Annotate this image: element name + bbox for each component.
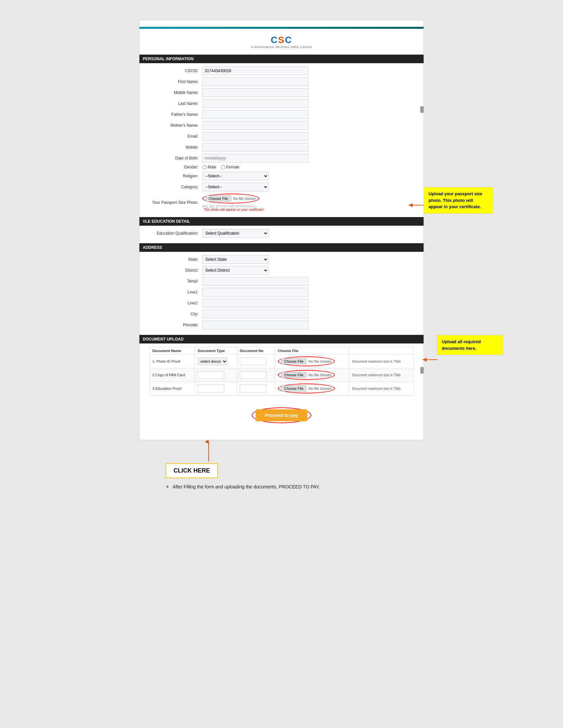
pincode-input[interactable]	[202, 321, 308, 329]
religion-select[interactable]: --Select--	[202, 172, 268, 180]
doc-no-file-label-1: No file chosen	[308, 359, 332, 363]
doc-type-select-1[interactable]: select docun	[198, 357, 227, 365]
doc-file-wrapper-3: Choose File No file chosen	[281, 386, 332, 391]
cscid-label: CSCID:	[149, 68, 202, 73]
cscid-input[interactable]	[202, 67, 308, 75]
gender-female-label: Female	[226, 165, 239, 169]
gender-female-option[interactable]: Female	[221, 165, 239, 169]
doc-no-file-label-3: No file chosen	[308, 387, 332, 390]
table-row: 2.Copy of PAN Card Choose File No fil	[150, 368, 414, 382]
table-row: 3.Education Proof Choose File No file	[150, 382, 414, 395]
district-select[interactable]: Select District	[202, 266, 268, 275]
personal-info-header: PERSONAL INFORMATION	[139, 55, 424, 63]
firstname-label: First Name:	[149, 79, 202, 84]
dob-input[interactable]	[202, 154, 308, 162]
tehsil-input[interactable]	[202, 277, 308, 286]
proceed-btn-wrapper: Proceed to pay	[139, 407, 424, 423]
click-here-box[interactable]: CLICK HERE	[165, 463, 218, 478]
doc-no-input-1[interactable]	[240, 357, 266, 365]
click-here-wrapper: CLICK HERE ✦ After Filling the form and …	[139, 460, 424, 489]
doc-no-file-label-2: No file chosen	[308, 373, 332, 377]
education-qual-label: Education Qualification:	[149, 231, 202, 236]
lastname-label: Last Name:	[149, 101, 202, 106]
line2-label: Line2:	[149, 301, 202, 305]
click-here-section: CLICK HERE	[165, 463, 218, 478]
line2-input[interactable]	[202, 299, 308, 307]
doc-upload-table: Document Name Document Type Document No …	[149, 347, 414, 395]
doc-no-3	[237, 382, 275, 395]
gender-female-radio[interactable]	[221, 165, 225, 169]
scrollbar-top[interactable]	[420, 106, 424, 113]
logo-text: CSC	[139, 35, 424, 45]
passport-arrow-icon	[407, 200, 424, 210]
line1-label: Line1:	[149, 290, 202, 295]
col-doc-no: Document No	[237, 347, 275, 355]
city-row: City:	[149, 310, 414, 318]
mothername-input[interactable]	[202, 121, 308, 130]
category-select[interactable]: --Select--	[202, 183, 268, 191]
mobile-input[interactable]	[202, 143, 308, 152]
education-qual-row: Education Qualification: Select Qualific…	[149, 229, 414, 238]
logo-c: C	[270, 35, 278, 45]
city-input[interactable]	[202, 310, 308, 318]
doc-no-input-3[interactable]	[240, 385, 266, 392]
doc-name-3: 3.Education Proof	[150, 382, 195, 395]
passport-file-input-wrapper: Choose File No file chosen	[206, 196, 256, 202]
line1-input[interactable]	[202, 288, 308, 296]
firstname-input[interactable]	[202, 77, 308, 86]
passport-annotation-bubble: Upload your passport size photo. This ph…	[424, 187, 493, 214]
proceed-oval: Proceed to pay	[252, 407, 311, 423]
scrollbar-bottom[interactable]	[420, 367, 424, 374]
pincode-label: Pincode:	[149, 323, 202, 327]
cscid-row: CSCID:	[149, 67, 414, 75]
doc-no-input-2[interactable]	[240, 371, 266, 379]
category-label: Category:	[149, 185, 202, 189]
proceed-to-pay-button[interactable]: Proceed to pay	[256, 409, 307, 421]
doc-size-3: Document maximum size is 75kb	[350, 382, 414, 395]
doc-name-2: 2.Copy of PAN Card	[150, 368, 195, 382]
gender-male-radio[interactable]	[202, 165, 207, 169]
state-select[interactable]: Select State	[202, 255, 268, 264]
line2-row: Line2:	[149, 299, 414, 307]
logo-cc: C	[285, 35, 292, 45]
mothername-row: Mother's Name:	[149, 121, 414, 130]
click-here-label: CLICK HERE	[173, 467, 210, 474]
doc-type-input-3[interactable]	[198, 385, 224, 392]
passport-photo-note: This photo will appear on your certifica…	[204, 208, 335, 211]
doc-choose-file-button-2[interactable]: Choose File	[281, 372, 307, 378]
doc-file-oval-2: Choose File No file chosen	[278, 370, 335, 380]
email-row: Email:	[149, 132, 414, 141]
vle-education-section: Education Qualification: Select Qualific…	[139, 229, 424, 243]
doc-file-oval-3: Choose File No file chosen	[278, 384, 335, 393]
doc-size-1: Document maximum size is 75kb	[350, 355, 414, 368]
doc-file-2: Choose File No file chosen	[275, 368, 349, 382]
middlename-input[interactable]	[202, 88, 308, 97]
gender-male-option[interactable]: Male	[202, 165, 216, 169]
email-input[interactable]	[202, 132, 308, 141]
doc-file-3: Choose File No file chosen	[275, 382, 349, 395]
fathername-input[interactable]	[202, 110, 308, 119]
doc-annotation-bubble: Upload all required documents here.	[437, 335, 503, 355]
doc-file-wrapper-1: Choose File No file chosen	[281, 358, 332, 364]
doc-type-input-2[interactable]	[198, 371, 224, 379]
doc-type-3	[195, 382, 237, 395]
doc-choose-file-button-3[interactable]: Choose File	[281, 386, 307, 391]
state-row: State: Select State	[149, 255, 414, 264]
religion-label: Religion:	[149, 174, 202, 178]
passport-file-oval: Choose File No file chosen	[202, 194, 259, 204]
doc-type-2	[195, 368, 237, 382]
col-size	[350, 347, 414, 355]
state-label: State:	[149, 257, 202, 262]
gender-row: Gender: Male Female	[149, 165, 414, 169]
doc-file-1: Choose File No file chosen	[275, 355, 349, 368]
fathername-row: Father's Name:	[149, 110, 414, 119]
main-page: CSC e-Governance Services India Limited …	[139, 20, 424, 440]
religion-row: Religion: --Select--	[149, 172, 414, 180]
click-here-arrow-icon	[199, 440, 218, 463]
passport-choose-file-button[interactable]: Choose File	[206, 196, 231, 202]
district-label: District:	[149, 268, 202, 273]
passport-photo-row: Your Passport Size Photo: Choose File No…	[149, 194, 414, 211]
education-qual-select[interactable]: Select Qualification	[202, 229, 268, 238]
lastname-input[interactable]	[202, 99, 308, 108]
doc-choose-file-button-1[interactable]: Choose File	[281, 358, 307, 364]
